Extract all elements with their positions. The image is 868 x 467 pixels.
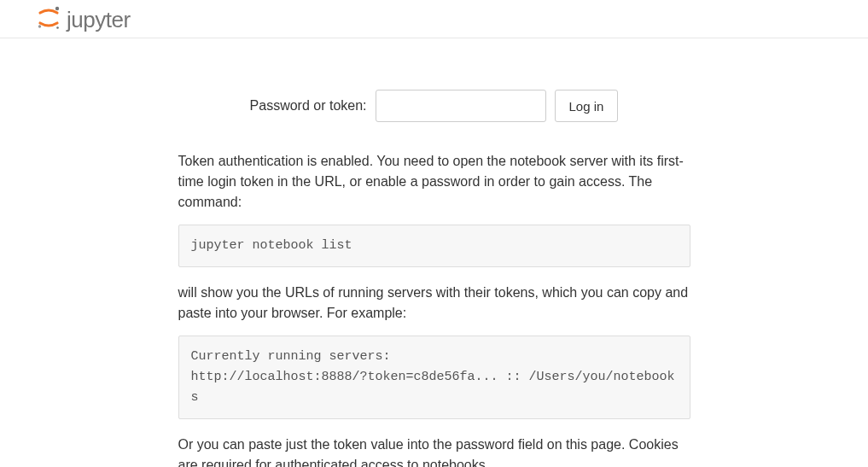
login-button[interactable]: Log in (555, 90, 619, 122)
jupyter-logo[interactable]: jupyter (36, 5, 854, 34)
logo-text: jupyter (67, 7, 131, 33)
svg-point-0 (55, 7, 59, 10)
svg-point-1 (38, 25, 41, 27)
instruction-text-2: will show you the URLs of running server… (178, 283, 690, 324)
jupyter-icon (36, 5, 61, 34)
instruction-text-3: Or you can paste just the token value in… (178, 435, 690, 467)
code-block-command: jupyter notebook list (178, 225, 690, 267)
password-input[interactable] (376, 90, 546, 122)
password-label: Password or token: (250, 98, 367, 114)
login-form: Password or token: Log in (178, 90, 690, 122)
instruction-text-1: Token authentication is enabled. You nee… (178, 151, 690, 213)
main-content: Password or token: Log in Token authenti… (178, 90, 690, 467)
svg-point-2 (56, 26, 59, 29)
page-header: jupyter (0, 0, 868, 38)
code-block-example: Currently running servers: http://localh… (178, 336, 690, 419)
